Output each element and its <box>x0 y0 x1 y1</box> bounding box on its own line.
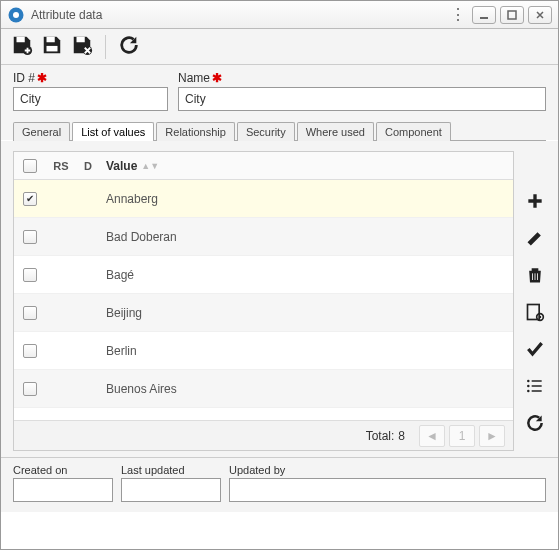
app-icon <box>7 6 25 24</box>
refresh-button[interactable] <box>118 34 140 59</box>
svg-point-15 <box>527 390 530 393</box>
toolbar-separator <box>105 35 106 59</box>
toolbar <box>1 29 558 65</box>
name-label: Name✱ <box>178 71 546 85</box>
row-value: Bagé <box>100 268 513 282</box>
updated-label: Last updated <box>121 464 221 476</box>
window-title: Attribute data <box>31 8 450 22</box>
col-rs[interactable]: RS <box>46 160 76 172</box>
save-close-button[interactable] <box>71 34 93 59</box>
reload-button[interactable] <box>525 413 545 436</box>
created-label: Created on <box>13 464 113 476</box>
page-number[interactable]: 1 <box>449 425 475 447</box>
delete-row-button[interactable] <box>525 265 545 288</box>
updatedby-label: Updated by <box>229 464 546 476</box>
svg-point-12 <box>539 316 542 319</box>
settings-row-button[interactable] <box>525 302 545 325</box>
svg-point-13 <box>527 380 530 383</box>
grid-body[interactable]: ✔AnnabergBad DoberanBagéBeijingBerlinBue… <box>14 180 513 420</box>
grid-footer: Total: 8 ◄ 1 ► <box>14 420 513 450</box>
table-row[interactable]: Buenos Aires <box>14 370 513 408</box>
tabstrip: GeneralList of valuesRelationshipSecurit… <box>1 121 558 140</box>
confirm-button[interactable] <box>525 339 545 362</box>
edit-row-button[interactable] <box>525 228 545 251</box>
list-button[interactable] <box>525 376 545 399</box>
svg-rect-8 <box>77 37 85 43</box>
sort-icon: ▲▼ <box>141 161 159 171</box>
tab-component[interactable]: Component <box>376 122 451 141</box>
row-checkbox[interactable] <box>23 230 37 244</box>
svg-point-1 <box>13 12 19 18</box>
created-input[interactable] <box>13 478 113 502</box>
page-prev-button[interactable]: ◄ <box>419 425 445 447</box>
svg-rect-6 <box>47 37 55 43</box>
col-value[interactable]: Value▲▼ <box>100 159 501 173</box>
tab-relationship[interactable]: Relationship <box>156 122 235 141</box>
col-d[interactable]: D <box>76 160 100 172</box>
id-label: ID #✱ <box>13 71 168 85</box>
select-all-checkbox[interactable] <box>23 159 37 173</box>
total-label: Total: <box>366 429 395 443</box>
add-row-button[interactable] <box>525 191 545 214</box>
table-row[interactable]: Bagé <box>14 256 513 294</box>
titlebar: Attribute data ⋮ <box>1 1 558 29</box>
svg-rect-7 <box>47 46 58 51</box>
page-next-button[interactable]: ► <box>479 425 505 447</box>
row-checkbox[interactable] <box>23 382 37 396</box>
footer-form: Created on Last updated Updated by <box>1 457 558 512</box>
row-checkbox[interactable]: ✔ <box>23 192 37 206</box>
table-row[interactable]: Berlin <box>14 332 513 370</box>
required-icon: ✱ <box>212 71 222 85</box>
minimize-button[interactable] <box>472 6 496 24</box>
maximize-button[interactable] <box>500 6 524 24</box>
table-row[interactable]: Beijing <box>14 294 513 332</box>
tab-list-of-values[interactable]: List of values <box>72 122 154 141</box>
svg-point-14 <box>527 385 530 388</box>
save-button[interactable] <box>41 34 63 59</box>
table-row[interactable]: Buffalo <box>14 408 513 420</box>
save-new-button[interactable] <box>11 34 33 59</box>
svg-rect-4 <box>17 37 25 43</box>
tab-general[interactable]: General <box>13 122 70 141</box>
table-row[interactable]: ✔Annaberg <box>14 180 513 218</box>
row-value: Buenos Aires <box>100 382 513 396</box>
name-input[interactable] <box>178 87 546 111</box>
grid-tools <box>520 151 550 451</box>
row-value: Berlin <box>100 344 513 358</box>
total-value: 8 <box>398 429 405 443</box>
table-row[interactable]: Bad Doberan <box>14 218 513 256</box>
values-grid: RS D Value▲▼ ✔AnnabergBad DoberanBagéBei… <box>13 151 514 451</box>
required-icon: ✱ <box>37 71 47 85</box>
row-checkbox[interactable] <box>23 306 37 320</box>
row-checkbox[interactable] <box>23 268 37 282</box>
updatedby-input[interactable] <box>229 478 546 502</box>
tab-security[interactable]: Security <box>237 122 295 141</box>
row-value: Bad Doberan <box>100 230 513 244</box>
row-value: Annaberg <box>100 192 513 206</box>
row-value: Beijing <box>100 306 513 320</box>
row-checkbox[interactable] <box>23 344 37 358</box>
tab-content: RS D Value▲▼ ✔AnnabergBad DoberanBagéBei… <box>1 141 558 457</box>
close-button[interactable] <box>528 6 552 24</box>
tab-where-used[interactable]: Where used <box>297 122 374 141</box>
updated-input[interactable] <box>121 478 221 502</box>
id-input[interactable] <box>13 87 168 111</box>
svg-rect-3 <box>508 11 516 19</box>
more-icon[interactable]: ⋮ <box>450 5 462 24</box>
svg-rect-2 <box>480 17 488 19</box>
grid-header: RS D Value▲▼ <box>14 152 513 180</box>
header-form: ID #✱ Name✱ <box>1 65 558 121</box>
